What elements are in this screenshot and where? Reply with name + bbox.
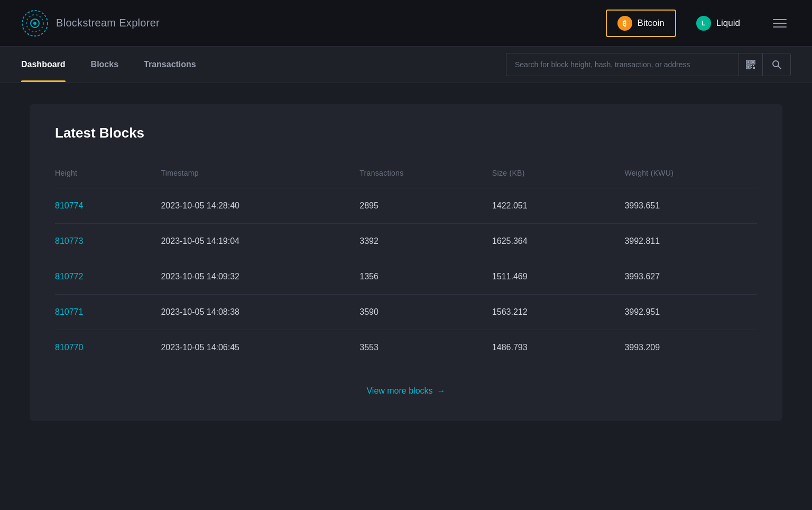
table-header-row: Height Timestamp Transactions Size (KB) … <box>55 162 757 188</box>
search-container <box>506 53 791 76</box>
cell-transactions-2: 1356 <box>359 259 492 295</box>
cell-timestamp-0: 2023-10-05 14:28:40 <box>161 188 359 224</box>
brand-name-text: Blockstream Explorer <box>56 17 160 29</box>
cell-size-3: 1563.212 <box>492 295 625 330</box>
svg-rect-12 <box>751 67 752 68</box>
svg-rect-9 <box>748 66 750 68</box>
liquid-label: Liquid <box>716 18 740 29</box>
hamburger-line-1 <box>773 19 787 20</box>
qr-icon <box>745 59 756 70</box>
hamburger-line-2 <box>773 23 787 24</box>
bitcoin-network-button[interactable]: ₿ Bitcoin <box>606 10 676 37</box>
block-height-link-0[interactable]: 810774 <box>55 201 83 210</box>
view-more-label: View more blocks <box>366 386 432 396</box>
col-header-height: Height <box>55 162 161 188</box>
svg-line-15 <box>778 66 781 69</box>
nav-tabs: Dashboard Blocks Transactions <box>21 47 209 82</box>
svg-rect-10 <box>751 65 752 66</box>
secondary-navigation: Dashboard Blocks Transactions <box>0 47 812 83</box>
cell-transactions-4: 3553 <box>359 330 492 366</box>
hamburger-menu-button[interactable] <box>769 15 791 32</box>
view-more-section: View more blocks → <box>55 386 757 396</box>
search-button[interactable] <box>762 53 791 76</box>
search-icon <box>771 59 782 70</box>
svg-rect-7 <box>752 61 754 63</box>
col-header-weight: Weight (KWU) <box>624 162 757 188</box>
table-row: 810771 2023-10-05 14:08:38 3590 1563.212… <box>55 295 757 330</box>
top-nav-right: ₿ Bitcoin L Liquid <box>606 10 791 37</box>
main-content: Latest Blocks Height Timestamp Transacti… <box>0 83 812 442</box>
table-row: 810773 2023-10-05 14:19:04 3392 1625.364… <box>55 224 757 259</box>
table-row: 810772 2023-10-05 14:09:32 1356 1511.469… <box>55 259 757 295</box>
col-header-timestamp: Timestamp <box>161 162 359 188</box>
svg-rect-11 <box>753 65 754 66</box>
svg-point-3 <box>33 22 36 25</box>
cell-weight-4: 3993.209 <box>624 330 757 366</box>
liquid-icon: L <box>696 16 711 31</box>
tab-dashboard[interactable]: Dashboard <box>21 47 78 82</box>
cell-transactions-0: 2895 <box>359 188 492 224</box>
cell-height-1: 810773 <box>55 224 161 259</box>
view-more-blocks-link[interactable]: View more blocks → <box>366 386 445 396</box>
table-row: 810774 2023-10-05 14:28:40 2895 1422.051… <box>55 188 757 224</box>
hamburger-line-3 <box>773 26 787 28</box>
cell-timestamp-3: 2023-10-05 14:08:38 <box>161 295 359 330</box>
tab-blocks[interactable]: Blocks <box>78 47 131 82</box>
col-header-size: Size (KB) <box>492 162 625 188</box>
blocks-table: Height Timestamp Transactions Size (KB) … <box>55 162 757 365</box>
cell-timestamp-4: 2023-10-05 14:06:45 <box>161 330 359 366</box>
cell-height-0: 810774 <box>55 188 161 224</box>
cell-weight-2: 3993.627 <box>624 259 757 295</box>
svg-rect-5 <box>748 61 750 63</box>
table-header: Height Timestamp Transactions Size (KB) … <box>55 162 757 188</box>
cell-height-4: 810770 <box>55 330 161 366</box>
search-input[interactable] <box>506 53 739 76</box>
section-title: Latest Blocks <box>55 125 757 141</box>
brand-logo-icon <box>21 10 49 37</box>
cell-weight-0: 3993.651 <box>624 188 757 224</box>
block-height-link-1[interactable]: 810773 <box>55 236 83 245</box>
table-body: 810774 2023-10-05 14:28:40 2895 1422.051… <box>55 188 757 366</box>
cell-size-4: 1486.793 <box>492 330 625 366</box>
cell-weight-1: 3992.811 <box>624 224 757 259</box>
cell-transactions-3: 3590 <box>359 295 492 330</box>
qr-scan-button[interactable] <box>739 53 762 76</box>
brand-logo-area: Blockstream Explorer <box>21 10 160 37</box>
table-row: 810770 2023-10-05 14:06:45 3553 1486.793… <box>55 330 757 366</box>
latest-blocks-card: Latest Blocks Height Timestamp Transacti… <box>30 104 782 421</box>
cell-height-3: 810771 <box>55 295 161 330</box>
svg-rect-13 <box>753 67 755 69</box>
liquid-network-button[interactable]: L Liquid <box>685 10 752 37</box>
block-height-link-3[interactable]: 810771 <box>55 307 83 316</box>
view-more-arrow: → <box>437 386 446 396</box>
cell-weight-3: 3992.951 <box>624 295 757 330</box>
col-header-transactions: Transactions <box>359 162 492 188</box>
bitcoin-icon: ₿ <box>617 16 632 31</box>
block-height-link-4[interactable]: 810770 <box>55 343 83 352</box>
cell-size-1: 1625.364 <box>492 224 625 259</box>
cell-size-0: 1422.051 <box>492 188 625 224</box>
cell-size-2: 1511.469 <box>492 259 625 295</box>
tab-transactions[interactable]: Transactions <box>131 47 209 82</box>
block-height-link-2[interactable]: 810772 <box>55 272 83 281</box>
bitcoin-label: Bitcoin <box>638 18 665 29</box>
top-navigation: Blockstream Explorer ₿ Bitcoin L Liquid <box>0 0 812 47</box>
cell-timestamp-2: 2023-10-05 14:09:32 <box>161 259 359 295</box>
cell-height-2: 810772 <box>55 259 161 295</box>
cell-transactions-1: 3392 <box>359 224 492 259</box>
cell-timestamp-1: 2023-10-05 14:19:04 <box>161 224 359 259</box>
